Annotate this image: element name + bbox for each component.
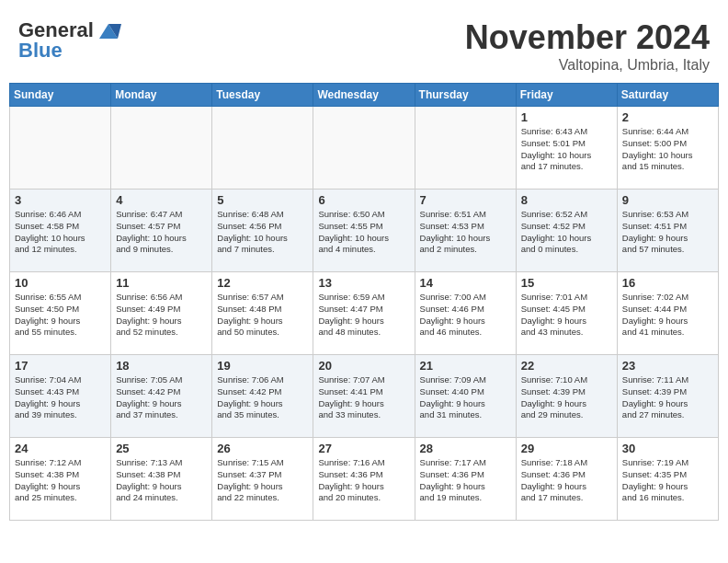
day-info: Sunrise: 7:05 AM Sunset: 4:42 PM Dayligh… (116, 374, 207, 421)
day-info: Sunrise: 7:11 AM Sunset: 4:39 PM Dayligh… (622, 374, 713, 421)
calendar-day-25: 25Sunrise: 7:13 AM Sunset: 4:38 PM Dayli… (111, 438, 212, 521)
day-number: 4 (116, 193, 207, 207)
day-number: 14 (420, 276, 511, 290)
day-header-tuesday: Tuesday (212, 84, 313, 107)
calendar-day-20: 20Sunrise: 7:07 AM Sunset: 4:41 PM Dayli… (313, 355, 415, 438)
day-info: Sunrise: 6:48 AM Sunset: 4:56 PM Dayligh… (217, 209, 308, 256)
calendar-day-27: 27Sunrise: 7:16 AM Sunset: 4:36 PM Dayli… (313, 438, 415, 521)
calendar-day-8: 8Sunrise: 6:52 AM Sunset: 4:52 PM Daylig… (516, 190, 617, 272)
day-info: Sunrise: 7:00 AM Sunset: 4:46 PM Dayligh… (420, 292, 511, 339)
day-number: 17 (15, 359, 106, 373)
day-number: 18 (116, 359, 207, 373)
day-number: 9 (622, 193, 713, 207)
day-header-wednesday: Wednesday (313, 84, 415, 107)
day-number: 12 (217, 276, 308, 290)
calendar-day-22: 22Sunrise: 7:10 AM Sunset: 4:39 PM Dayli… (516, 355, 617, 438)
logo: General Blue (18, 18, 121, 63)
day-info: Sunrise: 6:51 AM Sunset: 4:53 PM Dayligh… (420, 209, 511, 256)
day-info: Sunrise: 6:55 AM Sunset: 4:50 PM Dayligh… (15, 292, 106, 339)
calendar-day-30: 30Sunrise: 7:19 AM Sunset: 4:35 PM Dayli… (617, 438, 718, 521)
day-info: Sunrise: 6:57 AM Sunset: 4:48 PM Dayligh… (217, 292, 308, 339)
calendar-table: SundayMondayTuesdayWednesdayThursdayFrid… (9, 83, 719, 521)
day-number: 29 (521, 442, 612, 455)
calendar-day-23: 23Sunrise: 7:11 AM Sunset: 4:39 PM Dayli… (617, 355, 718, 438)
day-info: Sunrise: 6:59 AM Sunset: 4:47 PM Dayligh… (318, 292, 409, 339)
day-header-thursday: Thursday (415, 84, 516, 107)
day-number: 6 (318, 193, 409, 207)
calendar-day-29: 29Sunrise: 7:18 AM Sunset: 4:36 PM Dayli… (516, 438, 617, 521)
day-number: 27 (318, 442, 409, 455)
calendar-day-11: 11Sunrise: 6:56 AM Sunset: 4:49 PM Dayli… (111, 272, 212, 355)
day-number: 24 (15, 442, 106, 455)
page-header: General Blue November 2024 Valtopina, Um… (9, 9, 719, 78)
calendar-day-7: 7Sunrise: 6:51 AM Sunset: 4:53 PM Daylig… (415, 190, 516, 272)
day-number: 11 (116, 276, 207, 290)
day-number: 1 (521, 110, 612, 124)
day-info: Sunrise: 7:19 AM Sunset: 4:35 PM Dayligh… (622, 457, 713, 504)
day-info: Sunrise: 6:46 AM Sunset: 4:58 PM Dayligh… (15, 209, 106, 256)
day-info: Sunrise: 6:47 AM Sunset: 4:57 PM Dayligh… (116, 209, 207, 256)
day-number: 8 (521, 193, 612, 207)
calendar-day-17: 17Sunrise: 7:04 AM Sunset: 4:43 PM Dayli… (10, 355, 111, 438)
calendar-day-empty (313, 107, 415, 190)
calendar-day-18: 18Sunrise: 7:05 AM Sunset: 4:42 PM Dayli… (111, 355, 212, 438)
day-info: Sunrise: 7:09 AM Sunset: 4:40 PM Dayligh… (420, 374, 511, 421)
day-info: Sunrise: 7:10 AM Sunset: 4:39 PM Dayligh… (521, 374, 612, 421)
calendar-day-3: 3Sunrise: 6:46 AM Sunset: 4:58 PM Daylig… (10, 190, 111, 272)
calendar-day-19: 19Sunrise: 7:06 AM Sunset: 4:42 PM Dayli… (212, 355, 313, 438)
title-block: November 2024 Valtopina, Umbria, Italy (465, 18, 710, 74)
day-number: 25 (116, 442, 207, 455)
day-header-friday: Friday (516, 84, 617, 107)
day-header-saturday: Saturday (617, 84, 718, 107)
calendar-day-2: 2Sunrise: 6:44 AM Sunset: 5:00 PM Daylig… (617, 107, 718, 190)
logo-icon (96, 20, 121, 42)
day-info: Sunrise: 7:15 AM Sunset: 4:37 PM Dayligh… (217, 457, 308, 504)
calendar-day-13: 13Sunrise: 6:59 AM Sunset: 4:47 PM Dayli… (313, 272, 415, 355)
day-number: 28 (420, 442, 511, 455)
day-number: 23 (622, 359, 713, 373)
day-info: Sunrise: 6:44 AM Sunset: 5:00 PM Dayligh… (622, 126, 713, 173)
day-info: Sunrise: 6:43 AM Sunset: 5:01 PM Dayligh… (521, 126, 612, 173)
day-number: 2 (622, 110, 713, 124)
calendar-day-4: 4Sunrise: 6:47 AM Sunset: 4:57 PM Daylig… (111, 190, 212, 272)
day-number: 20 (318, 359, 409, 373)
day-number: 3 (15, 193, 106, 207)
day-header-sunday: Sunday (10, 84, 111, 107)
location-subtitle: Valtopina, Umbria, Italy (465, 57, 710, 74)
calendar-day-26: 26Sunrise: 7:15 AM Sunset: 4:37 PM Dayli… (212, 438, 313, 521)
day-number: 22 (521, 359, 612, 373)
calendar-day-empty (415, 107, 516, 190)
day-number: 19 (217, 359, 308, 373)
calendar-week-row: 1Sunrise: 6:43 AM Sunset: 5:01 PM Daylig… (10, 107, 719, 190)
calendar-day-15: 15Sunrise: 7:01 AM Sunset: 4:45 PM Dayli… (516, 272, 617, 355)
calendar-day-14: 14Sunrise: 7:00 AM Sunset: 4:46 PM Dayli… (415, 272, 516, 355)
calendar-day-empty (111, 107, 212, 190)
day-info: Sunrise: 7:18 AM Sunset: 4:36 PM Dayligh… (521, 457, 612, 504)
calendar-day-1: 1Sunrise: 6:43 AM Sunset: 5:01 PM Daylig… (516, 107, 617, 190)
calendar-header-row: SundayMondayTuesdayWednesdayThursdayFrid… (10, 84, 719, 107)
day-number: 10 (15, 276, 106, 290)
calendar-day-empty (10, 107, 111, 190)
day-info: Sunrise: 6:53 AM Sunset: 4:51 PM Dayligh… (622, 209, 713, 256)
day-info: Sunrise: 7:02 AM Sunset: 4:44 PM Dayligh… (622, 292, 713, 339)
day-header-monday: Monday (111, 84, 212, 107)
calendar-week-row: 3Sunrise: 6:46 AM Sunset: 4:58 PM Daylig… (10, 190, 719, 272)
day-number: 5 (217, 193, 308, 207)
day-number: 16 (622, 276, 713, 290)
day-number: 30 (622, 442, 713, 455)
day-info: Sunrise: 7:16 AM Sunset: 4:36 PM Dayligh… (318, 457, 409, 504)
calendar-day-24: 24Sunrise: 7:12 AM Sunset: 4:38 PM Dayli… (10, 438, 111, 521)
day-info: Sunrise: 7:17 AM Sunset: 4:36 PM Dayligh… (420, 457, 511, 504)
day-info: Sunrise: 7:12 AM Sunset: 4:38 PM Dayligh… (15, 457, 106, 504)
logo-text-line2: Blue (18, 39, 63, 62)
calendar-day-9: 9Sunrise: 6:53 AM Sunset: 4:51 PM Daylig… (617, 190, 718, 272)
day-info: Sunrise: 7:04 AM Sunset: 4:43 PM Dayligh… (15, 374, 106, 421)
calendar-day-5: 5Sunrise: 6:48 AM Sunset: 4:56 PM Daylig… (212, 190, 313, 272)
day-info: Sunrise: 7:13 AM Sunset: 4:38 PM Dayligh… (116, 457, 207, 504)
calendar-day-12: 12Sunrise: 6:57 AM Sunset: 4:48 PM Dayli… (212, 272, 313, 355)
day-info: Sunrise: 6:56 AM Sunset: 4:49 PM Dayligh… (116, 292, 207, 339)
day-number: 13 (318, 276, 409, 290)
calendar-day-16: 16Sunrise: 7:02 AM Sunset: 4:44 PM Dayli… (617, 272, 718, 355)
day-number: 21 (420, 359, 511, 373)
calendar-week-row: 10Sunrise: 6:55 AM Sunset: 4:50 PM Dayli… (10, 272, 719, 355)
